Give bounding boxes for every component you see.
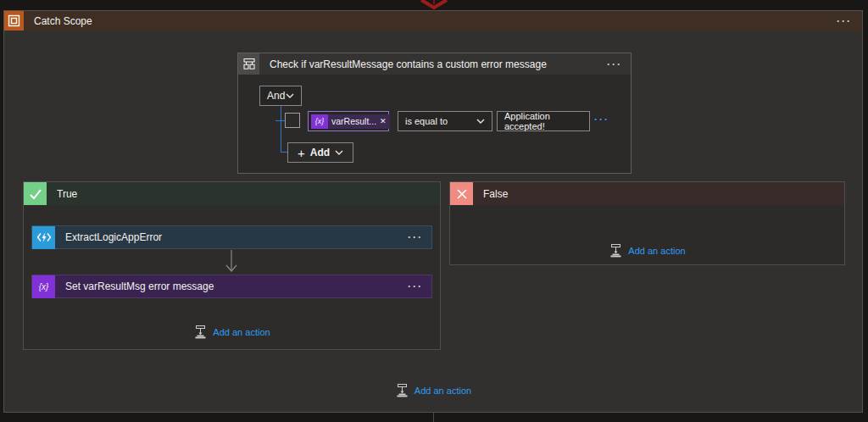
action-card-set-varresultmsg[interactable]: {x} Set varResultMsg error message ··· — [31, 275, 432, 298]
token-remove-icon[interactable]: ✕ — [380, 117, 390, 125]
condition-card-header[interactable]: Check if varResultMessage contains a cus… — [238, 53, 631, 75]
true-branch-add-action-link[interactable]: Add an action — [24, 325, 440, 339]
plus-icon: + — [298, 147, 305, 159]
condition-add-connector — [281, 152, 287, 153]
condition-icon — [238, 53, 259, 75]
condition-left-operand-field[interactable]: {x} varResult... ✕ — [308, 111, 389, 131]
scope-add-action-link[interactable]: Add an action — [4, 384, 862, 397]
catch-scope-header[interactable]: Catch Scope ··· — [4, 11, 862, 31]
action-title: ExtractLogicAppError — [65, 231, 162, 243]
true-branch-panel: True ExtractLogicAppError ··· — [23, 181, 441, 350]
add-action-icon — [609, 244, 623, 258]
scope-title: Catch Scope — [34, 15, 92, 27]
chevron-down-icon — [476, 119, 485, 124]
outgoing-connector-line — [433, 413, 434, 422]
add-action-icon — [193, 325, 208, 339]
true-branch-label: True — [57, 188, 77, 200]
false-branch-add-action-link[interactable]: Add an action — [450, 244, 844, 258]
action-card-extractlogicapperror[interactable]: ExtractLogicAppError ··· — [31, 225, 432, 249]
false-branch-panel: False Add an action — [449, 181, 845, 265]
true-check-icon — [24, 182, 47, 205]
join-operator-value: And — [267, 90, 285, 102]
condition-card: Check if varResultMessage contains a cus… — [237, 53, 632, 174]
action-menu-button[interactable]: ··· — [408, 231, 423, 243]
logic-app-designer-canvas: Catch Scope ··· Check if varResultMessag… — [0, 0, 868, 422]
add-action-label: Add an action — [213, 327, 270, 337]
action-title: Set varResultMsg error message — [65, 280, 214, 292]
false-branch-label: False — [483, 188, 508, 200]
add-action-label: Add an action — [628, 246, 685, 256]
condition-operator-value: is equal to — [405, 116, 448, 126]
condition-right-operand-input[interactable]: Application accepted! — [497, 111, 590, 131]
false-branch-header[interactable]: False — [450, 182, 844, 205]
add-action-label: Add an action — [415, 386, 471, 396]
condition-operator-select[interactable]: is equal to — [398, 111, 492, 131]
join-operator-select[interactable]: And — [259, 86, 302, 106]
catch-scope-panel: Catch Scope ··· Check if varResultMessag… — [3, 10, 863, 413]
chevron-down-icon — [335, 150, 343, 155]
add-action-icon — [395, 384, 409, 397]
condition-row-checkbox[interactable] — [285, 113, 300, 128]
azure-function-icon — [32, 226, 55, 249]
add-button-label: Add — [310, 147, 330, 158]
condition-add-button[interactable]: + Add — [287, 142, 353, 163]
set-variable-icon: {x} — [32, 275, 55, 298]
scope-menu-button[interactable]: ··· — [837, 15, 852, 27]
condition-menu-button[interactable]: ··· — [607, 58, 622, 70]
condition-right-operand-value: Application accepted! — [504, 111, 582, 131]
chevron-down-icon — [286, 93, 294, 98]
condition-row-menu-button[interactable]: ··· — [594, 114, 609, 125]
incoming-error-arrow-icon — [419, 0, 449, 9]
condition-row-connector — [275, 120, 285, 121]
token-label: varResult... — [328, 116, 380, 126]
scope-icon — [4, 11, 24, 31]
true-branch-header[interactable]: True — [24, 182, 440, 205]
flow-arrow-icon — [225, 250, 237, 275]
condition-title: Check if varResultMessage contains a cus… — [270, 58, 547, 70]
dynamic-content-token[interactable]: {x} varResult... ✕ — [311, 114, 390, 129]
variable-token-icon: {x} — [311, 114, 328, 129]
condition-tree-connector — [281, 106, 281, 153]
action-menu-button[interactable]: ··· — [408, 280, 423, 292]
false-x-icon — [450, 182, 473, 205]
